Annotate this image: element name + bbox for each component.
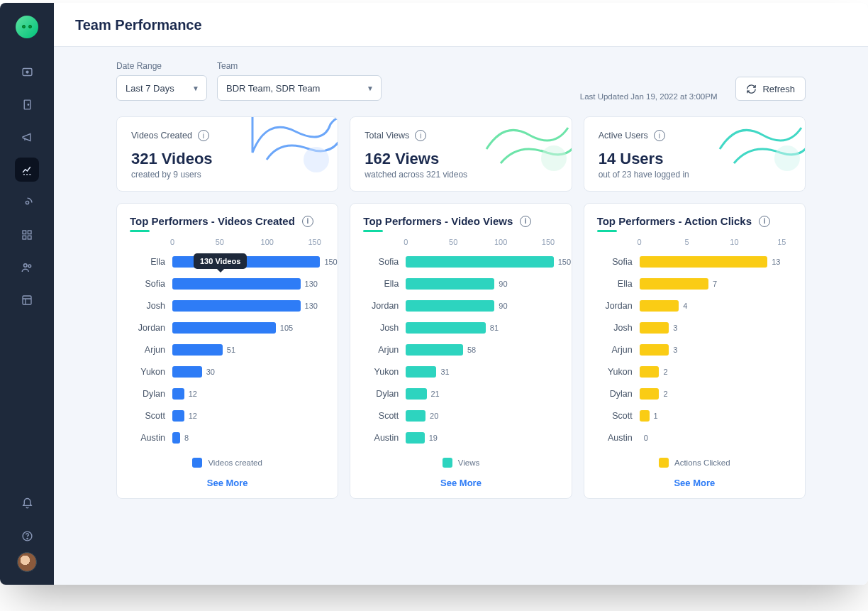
bar[interactable] [640, 366, 660, 378]
topbar: Team Performance [54, 3, 868, 47]
chart-title: Top Performers - Video Views [363, 215, 513, 227]
refresh-button[interactable]: Refresh [735, 77, 806, 101]
bar[interactable] [406, 432, 424, 444]
axis-ticks: 050100150 [172, 238, 319, 249]
bar[interactable] [406, 300, 494, 312]
svg-rect-8 [28, 236, 31, 239]
date-range-select[interactable]: Last 7 Days ▼ [116, 75, 207, 101]
bar-track: 12 [172, 387, 325, 401]
bar-category-label: Arjun [597, 345, 640, 355]
chart-action-clicks: Top Performers - Action Clicks i 051015 … [584, 203, 806, 499]
bar-value-label: 105 [280, 324, 293, 332]
axis-tick: 50 [449, 238, 457, 246]
bar-value-label: 0 [644, 434, 648, 442]
nav-orbit-icon[interactable] [15, 190, 39, 214]
bar[interactable] [640, 410, 650, 422]
main-area: Team Performance Date Range Last 7 Days … [54, 3, 868, 585]
info-icon[interactable]: i [302, 216, 313, 227]
nav-door-icon[interactable] [15, 92, 39, 116]
bar[interactable] [172, 432, 180, 444]
axis-tick: 100 [261, 238, 274, 246]
axis-tick: 10 [730, 238, 738, 246]
bar-category-label: Jordan [597, 301, 640, 311]
bar-value-label: 130 [305, 302, 318, 310]
svg-point-3 [28, 104, 28, 104]
nav-layout-icon[interactable] [15, 288, 39, 312]
bar[interactable] [172, 366, 202, 378]
bar[interactable] [640, 388, 660, 400]
bar[interactable] [406, 322, 486, 334]
nav-apps-icon[interactable] [15, 223, 39, 247]
bar-value-label: 90 [499, 280, 507, 288]
bar[interactable] [406, 366, 436, 378]
info-icon[interactable]: i [520, 216, 531, 227]
bar-track: 4 [640, 299, 792, 313]
bar[interactable] [172, 278, 301, 290]
chart-videos-created: Top Performers - Videos Created i 050100… [116, 203, 338, 499]
axis-tick: 0 [170, 238, 174, 246]
nav-help-icon[interactable] [15, 524, 39, 548]
info-icon[interactable]: i [198, 130, 209, 141]
bar[interactable] [406, 256, 553, 268]
stat-subtext: watched across 321 videos [365, 170, 557, 180]
stat-subtext: out of 23 have logged in [599, 170, 791, 180]
bar[interactable] [172, 410, 184, 422]
bar-category-label: Ella [597, 279, 640, 289]
bar-track: 58 [406, 343, 558, 357]
bar[interactable] [640, 278, 708, 290]
bar-track: 19 [406, 431, 558, 445]
see-more-link[interactable]: See More [597, 478, 792, 488]
bar-row: Austin8 [130, 431, 325, 445]
team-select[interactable]: BDR Team, SDR Team ▼ [217, 75, 382, 101]
bar-row: Yukon30 [130, 365, 325, 379]
nav-team-icon[interactable] [15, 255, 39, 280]
bar[interactable] [640, 344, 669, 356]
see-more-link[interactable]: See More [363, 478, 558, 488]
bar-row: Austin0 [597, 431, 792, 445]
bar-category-label: Austin [363, 433, 406, 443]
bar-row: Scott12 [130, 409, 325, 423]
bar[interactable] [172, 322, 276, 334]
bar[interactable] [640, 300, 679, 312]
svg-point-9 [24, 264, 28, 268]
legend-swatch [659, 458, 669, 468]
axis-tick: 150 [308, 238, 321, 246]
stat-subtext: created by 9 users [131, 170, 323, 180]
bar-row: Arjun51 [130, 343, 325, 357]
bar[interactable] [640, 256, 768, 268]
bar[interactable] [172, 388, 184, 400]
bar-category-label: Scott [130, 411, 172, 421]
chart-bars: Sofia13Ella7Jordan4Josh3Arjun3Yukon2Dyla… [597, 255, 792, 445]
bar[interactable] [406, 344, 463, 356]
nav-record-icon[interactable] [15, 60, 39, 84]
bar-row: Arjun3 [597, 343, 792, 357]
axis-tick: 50 [216, 238, 224, 246]
field-team: Team BDR Team, SDR Team ▼ [217, 61, 382, 101]
info-icon[interactable]: i [654, 130, 665, 141]
bar[interactable] [406, 410, 425, 422]
bar-category-label: Josh [597, 323, 640, 333]
see-more-link[interactable]: See More [130, 478, 325, 488]
stat-videos-created: Videos Created i 321 Videos created by 9… [116, 116, 338, 192]
bar[interactable] [640, 322, 669, 334]
bar-track: 13 [640, 255, 792, 269]
info-icon[interactable]: i [759, 216, 770, 227]
bar[interactable] [172, 300, 301, 312]
nav-bell-icon[interactable] [15, 491, 39, 515]
bar-row: Dylan12 [130, 387, 325, 401]
nav-megaphone-icon[interactable] [15, 125, 39, 149]
bar-row: Scott20 [363, 409, 558, 423]
svg-point-13 [26, 538, 27, 539]
bar[interactable] [172, 344, 223, 356]
info-icon[interactable]: i [415, 130, 426, 141]
bar-track: 3 [640, 343, 792, 357]
legend-label: Views [458, 458, 479, 467]
logo[interactable] [16, 16, 38, 38]
last-updated: Last Updated Jan 19, 2022 at 3:00PM [580, 92, 718, 101]
bar[interactable] [406, 388, 426, 400]
chart-legend: Views [363, 458, 558, 468]
nav-analytics-icon[interactable] [15, 158, 39, 182]
user-avatar[interactable] [17, 552, 37, 572]
bar[interactable] [406, 278, 494, 290]
bar-row: Ella7 [597, 277, 792, 291]
